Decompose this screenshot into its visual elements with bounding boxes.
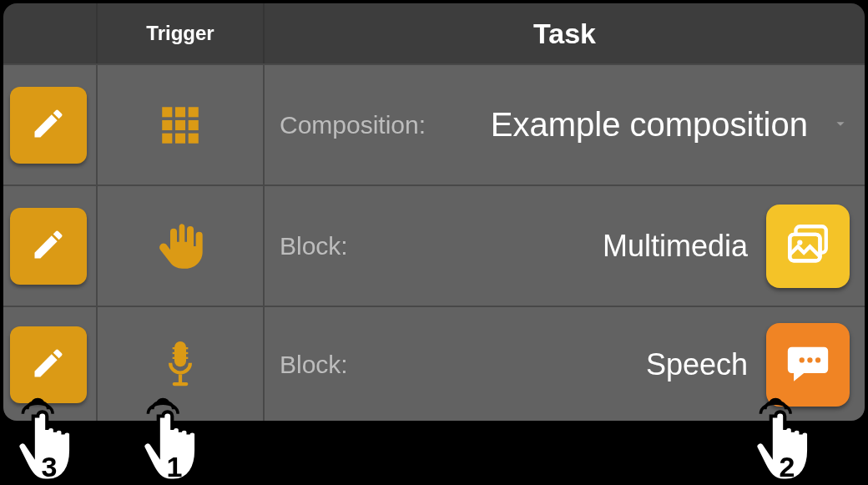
header-task: Task bbox=[265, 3, 865, 63]
edit-cell bbox=[3, 63, 98, 184]
table-row: Block: Multimedia bbox=[3, 184, 865, 306]
chevron-down-icon bbox=[831, 114, 850, 136]
composition-dropdown[interactable]: Example composition bbox=[449, 106, 850, 144]
microphone-icon bbox=[157, 339, 204, 391]
svg-rect-8 bbox=[189, 133, 199, 143]
pencil-icon bbox=[30, 105, 67, 145]
pencil-icon bbox=[30, 345, 67, 385]
task-label: Block: bbox=[280, 232, 348, 260]
svg-rect-18 bbox=[173, 382, 189, 386]
svg-rect-5 bbox=[189, 119, 199, 129]
svg-rect-15 bbox=[173, 352, 189, 354]
trigger-cell[interactable] bbox=[98, 184, 265, 306]
composition-value: Example composition bbox=[491, 106, 808, 144]
hand-icon bbox=[154, 220, 207, 273]
trigger-cell[interactable] bbox=[98, 63, 265, 184]
pencil-icon bbox=[30, 226, 67, 266]
svg-rect-17 bbox=[179, 375, 182, 382]
chat-icon bbox=[784, 339, 832, 391]
svg-rect-6 bbox=[162, 133, 172, 143]
task-label: Block: bbox=[280, 351, 348, 379]
pointer-number: 2 bbox=[751, 451, 823, 483]
trigger-cell[interactable] bbox=[98, 306, 265, 421]
edit-button[interactable] bbox=[10, 208, 87, 285]
edit-cell bbox=[3, 184, 98, 306]
svg-point-21 bbox=[815, 357, 820, 362]
block-value: Speech bbox=[646, 347, 748, 382]
config-table: Trigger Task bbox=[3, 3, 865, 421]
task-cell-block: Block: Speech bbox=[265, 306, 865, 421]
pointer-number: 1 bbox=[139, 451, 210, 483]
svg-point-19 bbox=[800, 357, 805, 362]
svg-rect-14 bbox=[173, 347, 189, 349]
svg-rect-16 bbox=[173, 357, 189, 359]
table-body: Composition: Example composition bbox=[3, 63, 865, 421]
svg-rect-0 bbox=[162, 107, 172, 117]
svg-rect-3 bbox=[162, 119, 172, 129]
edit-button[interactable] bbox=[10, 87, 87, 164]
edit-cell bbox=[3, 306, 98, 421]
task-cell-block: Block: Multimedia bbox=[265, 184, 865, 306]
header-edit-col bbox=[3, 3, 98, 63]
table-header: Trigger Task bbox=[3, 3, 865, 63]
svg-rect-2 bbox=[189, 107, 199, 117]
svg-rect-7 bbox=[175, 133, 185, 143]
block-value: Multimedia bbox=[603, 229, 748, 264]
table-row: Composition: Example composition bbox=[3, 63, 865, 184]
edit-button[interactable] bbox=[10, 326, 87, 403]
header-trigger: Trigger bbox=[98, 3, 265, 63]
table-row: Block: Speech bbox=[3, 306, 865, 421]
task-label: Composition: bbox=[280, 111, 426, 139]
pointer-number: 3 bbox=[13, 451, 85, 483]
speech-block-button[interactable] bbox=[766, 323, 850, 407]
grid-icon bbox=[156, 101, 204, 149]
svg-rect-1 bbox=[175, 107, 185, 117]
task-cell-composition[interactable]: Composition: Example composition bbox=[265, 63, 865, 184]
svg-rect-4 bbox=[175, 119, 185, 129]
svg-rect-13 bbox=[174, 341, 186, 366]
svg-point-20 bbox=[807, 357, 812, 362]
gallery-icon bbox=[784, 220, 832, 272]
multimedia-block-button[interactable] bbox=[766, 205, 850, 288]
